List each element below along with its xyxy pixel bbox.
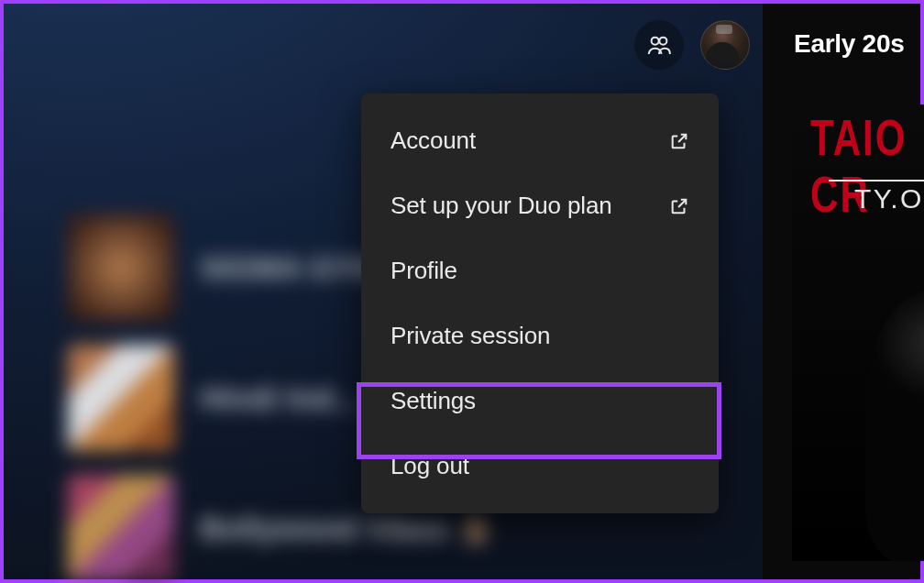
menu-item-label: Account [390, 126, 476, 155]
menu-item-profile[interactable]: Profile [361, 238, 719, 303]
menu-item-private-session[interactable]: Private session [361, 303, 719, 368]
playlist-thumb [68, 475, 174, 581]
sidebar-title: Early 20s [763, 29, 920, 59]
menu-item-label: Settings [390, 387, 476, 415]
menu-item-logout[interactable]: Log out [361, 434, 719, 499]
people-icon [645, 31, 673, 59]
svg-point-0 [652, 38, 659, 45]
now-playing-album-art[interactable]: TAIO CR TY.O [792, 104, 924, 561]
svg-point-1 [659, 38, 666, 45]
main-content: SIGMA GYM MOTIVAT... Hindi Ind... Bollyw… [4, 4, 763, 579]
user-avatar-button[interactable] [700, 20, 750, 70]
topbar [634, 20, 750, 70]
menu-item-label: Log out [390, 452, 469, 480]
album-figure [865, 288, 924, 561]
external-link-icon [669, 131, 689, 151]
album-underline [829, 180, 924, 182]
playlist-label: Hindi Ind... [200, 380, 359, 416]
menu-item-label: Private session [390, 322, 550, 350]
menu-item-settings[interactable]: Settings [361, 368, 719, 434]
menu-item-label: Set up your Duo plan [390, 192, 612, 220]
app-window: SIGMA GYM MOTIVAT... Hindi Ind... Bollyw… [0, 0, 924, 583]
menu-item-duo-plan[interactable]: Set up your Duo plan [361, 173, 719, 238]
menu-item-account[interactable]: Account [361, 108, 719, 173]
external-link-icon [669, 196, 689, 216]
playlist-thumb [68, 345, 174, 451]
playlist-thumb [68, 214, 174, 321]
menu-item-label: Profile [390, 257, 457, 285]
album-text-line2: TY.O [854, 183, 924, 214]
user-dropdown-menu: Account Set up your Duo plan Profile Pri… [361, 94, 719, 513]
friend-activity-button[interactable] [634, 20, 684, 70]
playlist-label: Bollywood Vibes ✋🏽 [200, 510, 496, 546]
